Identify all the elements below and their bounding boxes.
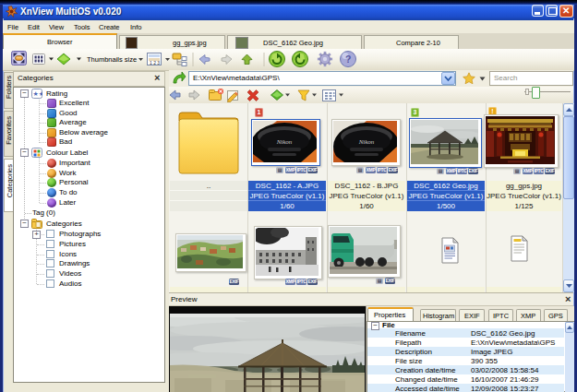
svg-text:1 2 3: 1 2 3 (150, 60, 160, 65)
svg-text:?: ? (345, 53, 351, 65)
svg-text:Nikon: Nikon (358, 138, 375, 146)
svg-text:Nikon: Nikon (276, 138, 293, 146)
svg-text:★★: ★★ (33, 90, 43, 97)
